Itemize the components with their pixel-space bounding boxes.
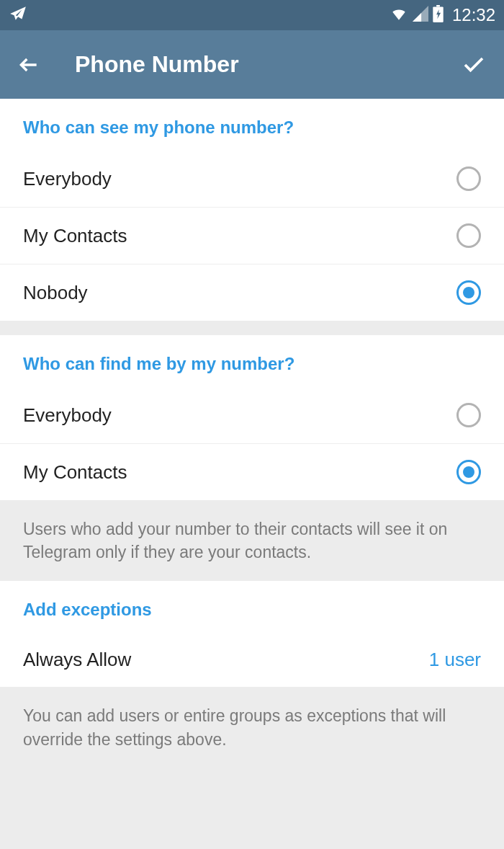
section-header: Add exceptions <box>0 581 504 633</box>
app-header: Phone Number <box>0 30 504 99</box>
status-left <box>9 4 27 26</box>
section-header: Who can see my phone number? <box>0 99 504 151</box>
radio-selected-icon <box>456 280 481 305</box>
status-time: 12:32 <box>452 5 495 25</box>
signal-icon <box>413 6 428 25</box>
page-title: Phone Number <box>75 51 461 78</box>
option-nobody-see[interactable]: Nobody <box>0 265 504 321</box>
exception-label: Always Allow <box>23 649 131 671</box>
status-right: 12:32 <box>390 5 495 25</box>
back-arrow-icon[interactable] <box>17 53 40 76</box>
section-description: You can add users or entire groups as ex… <box>0 687 504 768</box>
option-label: Everybody <box>23 168 112 190</box>
radio-icon <box>456 166 481 191</box>
option-label: My Contacts <box>23 461 127 484</box>
wifi-icon <box>390 6 408 25</box>
option-contacts-see[interactable]: My Contacts <box>0 208 504 265</box>
svg-rect-1 <box>436 5 440 6</box>
confirm-check-icon[interactable] <box>461 52 487 78</box>
section-exceptions: Add exceptions Always Allow 1 user <box>0 581 504 687</box>
option-everybody-see[interactable]: Everybody <box>0 151 504 208</box>
section-who-can-find: Who can find me by my number? Everybody … <box>0 335 504 500</box>
option-contacts-find[interactable]: My Contacts <box>0 444 504 500</box>
section-description: Users who add your number to their conta… <box>0 500 504 581</box>
section-gap <box>0 321 504 335</box>
radio-selected-icon <box>456 460 481 484</box>
battery-charging-icon <box>433 5 444 25</box>
section-who-can-see: Who can see my phone number? Everybody M… <box>0 99 504 321</box>
option-label: Nobody <box>23 282 88 304</box>
exception-value: 1 user <box>429 649 481 671</box>
option-everybody-find[interactable]: Everybody <box>0 387 504 444</box>
option-label: My Contacts <box>23 225 127 247</box>
exception-always-allow[interactable]: Always Allow 1 user <box>0 633 504 687</box>
section-header: Who can find me by my number? <box>0 335 504 387</box>
telegram-icon <box>9 4 27 26</box>
radio-icon <box>456 403 481 427</box>
status-bar: 12:32 <box>0 0 504 30</box>
option-label: Everybody <box>23 404 112 427</box>
radio-icon <box>456 223 481 248</box>
